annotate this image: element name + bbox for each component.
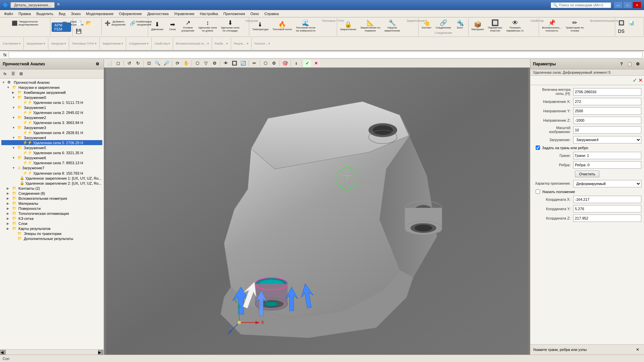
select-character[interactable]: Деформируемый Жесткий: [573, 180, 641, 187]
input-face[interactable]: [573, 152, 641, 159]
tree-item-add-results[interactable]: 📁 Дополнительные результаты: [1, 236, 102, 241]
input-magnitude[interactable]: [573, 88, 641, 96]
bolt-btn[interactable]: 🔩Болт: [453, 19, 467, 30]
tree-item-load0[interactable]: ▼ 📁 Загружение0: [1, 95, 102, 100]
vp-btn-filter[interactable]: ⫾: [292, 60, 300, 67]
panel-grid-btn[interactable]: ⊞: [17, 70, 25, 77]
tree-item-load1[interactable]: ▼ 📁 Загружение1: [1, 105, 102, 110]
close-btn[interactable]: ✕: [633, 2, 641, 8]
hint-close-btn[interactable]: ✕: [634, 346, 641, 353]
tree-item-load6[interactable]: ▼ 📁 Загружение6: [1, 155, 102, 160]
vp-btn-select[interactable]: ⬜: [105, 60, 113, 67]
tree-item-fix2[interactable]: 🔒 Удаленное закрепление 2: [UX, UY, UZ, …: [1, 181, 102, 186]
dist-force-area-btn[interactable]: ⬇Удельная силапо площади: [219, 19, 241, 33]
plate-params-btn[interactable]: 🔲Параметрыпластин: [486, 19, 504, 33]
vp-btn-target[interactable]: 🎯: [281, 60, 289, 67]
menu-apps[interactable]: Приложения: [221, 11, 248, 16]
tab-close[interactable]: ✕: [57, 2, 60, 8]
tree-item-fem-mesh[interactable]: ▶ 📁 КЭ сетка: [1, 216, 102, 221]
constraint-btn[interactable]: 🔒Закрепление: [338, 19, 358, 33]
tree-item-force1[interactable]: ⚡⚡ Удаленная сила 1: 5111.73 Н: [1, 100, 102, 105]
tb-extra-3[interactable]: DS: [616, 27, 626, 35]
linear-acc-btn[interactable]: ↗Угловоеускорение: [180, 19, 196, 33]
new-btn[interactable]: 📄: [74, 19, 84, 26]
vp-btn-cancel[interactable]: ✕: [312, 60, 320, 67]
vp-btn-eye[interactable]: 👁: [222, 60, 230, 67]
tree-item-force7[interactable]: ⚡⚡ Удаленная сила 7: 8953.13 Н: [1, 160, 102, 165]
panel-list-btn[interactable]: ☰: [9, 70, 17, 77]
vp-btn-view-cube[interactable]: ⬡: [193, 60, 201, 67]
clear-btn[interactable]: Очистить: [575, 171, 600, 177]
right-panel-export-btn[interactable]: 📋: [626, 60, 633, 68]
force-btn[interactable]: ➡Сила: [166, 19, 179, 33]
tree-item-load7[interactable]: ▼ ⚠ Загружение7: [1, 165, 102, 171]
vp-btn-accept[interactable]: ✓: [303, 60, 311, 67]
vp-btn-rotate[interactable]: ⟳: [173, 60, 181, 67]
tree-item-force6[interactable]: ⚡⚡ Удаленная сила 6: 3321.35 Н: [1, 150, 102, 155]
vp-btn-display[interactable]: 🔄: [239, 60, 247, 67]
tree-item-root[interactable]: ▼ ⚙ Прочностной Анализ: [1, 80, 102, 85]
show-params-btn[interactable]: 👁Показатьпараметры гл.: [504, 19, 526, 33]
input-dir-x[interactable]: [573, 98, 641, 105]
tree-item-layers[interactable]: ▶ 📁 Слои: [1, 221, 102, 226]
tree-item-load3[interactable]: ▼ 📁 Загружение3: [1, 125, 102, 130]
maximize-btn[interactable]: □: [623, 2, 632, 8]
menu-window[interactable]: Окно: [248, 11, 262, 16]
menu-sketch[interactable]: Эскиз: [68, 11, 83, 16]
right-panel-config-btn[interactable]: ⚙: [634, 60, 641, 68]
vp-btn-shade[interactable]: ⚙: [211, 60, 219, 67]
search-bar[interactable]: 🔍 Поиск по командам (Alt+/): [551, 2, 611, 8]
tree-item-topo-opt[interactable]: ▶ 📁 Топологическая оптимизация: [1, 211, 102, 216]
input-coord-x[interactable]: [573, 196, 641, 203]
add-loading-btn[interactable]: ➕ Добавитьзагружение: [103, 19, 127, 27]
menu-format[interactable]: Оформление: [116, 11, 145, 16]
vp-btn-zoom-out[interactable]: 🔎: [162, 60, 170, 67]
vp-btn-zoom-fit[interactable]: ⊡: [145, 60, 153, 67]
checkbox-face-edge[interactable]: [536, 145, 540, 150]
tree-item-materials[interactable]: ▶ 📁 Материалы: [1, 201, 102, 206]
tree-item-force8[interactable]: ⚡⚡ Удаленная сила 8: 150.783 Н: [1, 171, 102, 176]
menu-settings[interactable]: Настройка: [197, 11, 221, 16]
vp-btn-undo[interactable]: ↺: [125, 60, 133, 67]
right-panel-help-btn[interactable]: ?: [618, 60, 625, 68]
panel-config-btn[interactable]: ⚙: [94, 60, 101, 68]
scroll-left-btn[interactable]: ◀: [0, 350, 6, 355]
vp-btn-render[interactable]: ▽: [202, 60, 210, 67]
scroll-track[interactable]: [6, 350, 98, 355]
vp-btn-cursor[interactable]: ◻: [114, 60, 122, 67]
dist-force-len-btn[interactable]: ↕Удельная силапо длине: [197, 19, 218, 33]
tree-item-load5[interactable]: ▼ 📁 Загружение5: [1, 145, 102, 150]
decline-btn[interactable]: ✕: [638, 77, 643, 83]
tb-extra-1[interactable]: 🔲: [616, 19, 626, 26]
heat-flux-btn[interactable]: 🔥Тепловой поток: [271, 19, 293, 33]
panel-formula-btn[interactable]: fx: [1, 70, 9, 77]
vp-btn-gear[interactable]: ⚙: [270, 60, 278, 67]
menu-file[interactable]: Файл: [1, 11, 16, 16]
trajectory-btn[interactable]: ✏Траектория поточкам: [564, 19, 586, 33]
input-coord-y[interactable]: [573, 205, 641, 213]
tree-container[interactable]: ▼ ⚙ Прочностной Анализ ▼ 📁 Нагрузки и за…: [0, 78, 104, 349]
temperature-btn[interactable]: 🌡Температура: [251, 19, 270, 33]
window-controls[interactable]: — □ ✕: [614, 2, 641, 8]
formula-input[interactable]: [9, 52, 643, 58]
input-dir-z[interactable]: [573, 117, 641, 124]
elastic-constraint-btn[interactable]: 🔧Упругоезакрепление: [383, 19, 402, 33]
formula-icon[interactable]: fx: [1, 51, 9, 59]
solid-modeling-btn[interactable]: ⬛ Твердотельноемоделирование: [1, 19, 49, 27]
menu-model[interactable]: Моделирование: [83, 11, 116, 16]
normal-constraint-btn[interactable]: 📐Закрепление понормали: [359, 19, 382, 33]
tree-item-force4[interactable]: ⚡⚡ Удаленная сила 4: 2828.81 Н: [1, 130, 102, 135]
tree-item-loads[interactable]: ▼ 📁 Нагрузки и закрепления: [1, 85, 102, 90]
open-btn[interactable]: 📂: [84, 19, 94, 26]
tree-item-force3[interactable]: ⚡⚡ Удаленная сила 3: 3663.94 Н: [1, 120, 102, 125]
menu-help[interactable]: Справка: [262, 11, 281, 16]
tree-item-load2[interactable]: ▼ 📁 Загружение2: [1, 115, 102, 120]
vp-btn-section[interactable]: 🔲: [230, 60, 238, 67]
tree-item-contacts[interactable]: ▶ 📁 Контакты (2): [1, 186, 102, 191]
contact-btn[interactable]: 👆Контакт: [420, 19, 433, 30]
panel-scroll-bottom[interactable]: ◀ ▶: [0, 349, 104, 355]
tree-item-force5[interactable]: ⚡⚡ Удаленная сила 5: 2706.29 Н: [1, 140, 102, 145]
menu-control[interactable]: Управление: [171, 11, 197, 16]
input-scale[interactable]: [573, 126, 641, 134]
input-coord-z[interactable]: [573, 215, 641, 222]
